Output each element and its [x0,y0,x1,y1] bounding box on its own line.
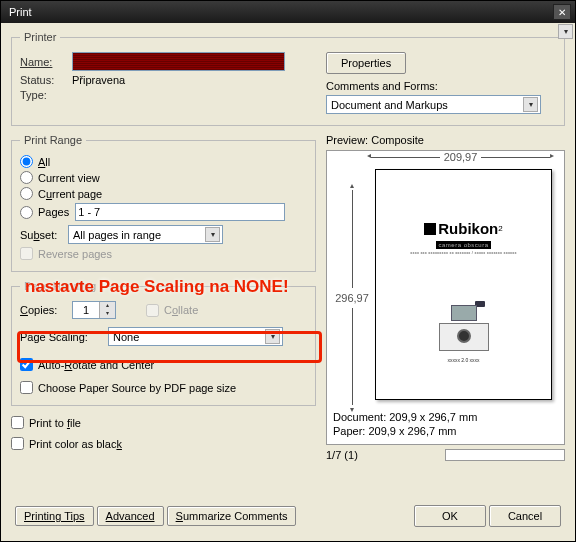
bottom-bar: Printing Tips Advanced Summarize Comment… [11,499,565,533]
status-value: Připravena [72,74,125,86]
cancel-button[interactable]: Cancel [489,505,561,527]
preview-width: 209,97 [440,151,482,163]
brand: Rubikon 2 camera obscura xxxx xxx xxxxxx… [410,220,516,255]
chevron-up-icon[interactable]: ▴ [99,302,115,310]
reverse-check [20,247,33,260]
page-counter: 1/7 (1) [326,449,358,461]
radio-all[interactable] [20,155,33,168]
name-label: Name: [20,56,72,68]
printer-name-select[interactable]: ▾ [72,52,285,71]
collate-label: Collate [164,304,198,316]
radio-current-page[interactable] [20,187,33,200]
camera-illustration [439,305,489,351]
print-to-file-label: Print to file [29,417,81,429]
current-page-label: Current page [38,188,102,200]
printer-legend: Printer [20,31,60,43]
radio-pages[interactable] [20,206,33,219]
doc-info: Document: 209,9 x 296,7 mm [333,410,558,424]
top-ruler: ◂ 209,97 ▸ [367,151,554,163]
radio-current-view[interactable] [20,171,33,184]
chevron-down-icon[interactable]: ▾ [99,310,115,318]
copies-input[interactable] [73,302,99,318]
preview-page: Rubikon 2 camera obscura xxxx xxx xxxxxx… [375,169,552,400]
cam-label: xxxxx 2.0 xxxx [447,357,479,363]
pages-input[interactable] [75,203,285,221]
print-to-file-check[interactable] [11,416,24,429]
type-label: Type: [20,89,72,101]
current-view-label: Current view [38,172,100,184]
brand-small: xxxx xxx xxxxxxxxx xx xxxxxxx / xxxxx xx… [410,250,516,255]
collate-check [146,304,159,317]
preview-height: 296,97 [335,288,369,308]
subset-label: Subset: [20,229,68,241]
advanced-button[interactable]: Advanced [97,506,164,526]
print-black-check[interactable] [11,437,24,450]
copies-label: Copies: [20,304,72,316]
copies-spinner[interactable]: ▴▾ [72,301,116,319]
instruction-overlay: nastavte Page Scaling na NONE! [25,277,289,297]
highlight-box [17,331,322,363]
preview-box: ◂ 209,97 ▸ ▴ 296,97 ▾ [326,150,565,445]
pages-label: Pages [38,206,69,218]
paper-info: Paper: 209,9 x 296,7 mm [333,424,558,438]
subset-value: All pages in range [73,229,161,241]
preview-label: Preview: Composite [326,134,565,146]
ok-button[interactable]: OK [414,505,486,527]
comments-select[interactable]: Document and Markups ▾ [326,95,541,114]
status-label: Status: [20,74,72,86]
printer-group: Printer Name: ▾ Status: Připravena Type: [11,31,565,126]
brand-name: Rubikon [438,220,498,237]
dialog-body: nastavte Page Scaling na NONE! Printer N… [1,23,575,541]
summarize-button[interactable]: Summarize Comments [167,506,297,526]
logo-square-icon [424,223,436,235]
comments-label: Comments and Forms: [326,80,438,92]
range-legend: Print Range [20,134,86,146]
paper-source-check[interactable] [20,381,33,394]
print-range-group: Print Range All Current view Current pag… [11,134,316,272]
brand-sub: camera obscura [436,241,490,249]
properties-button[interactable]: Properties [326,52,406,74]
printing-tips-button[interactable]: Printing Tips [15,506,94,526]
chevron-down-icon[interactable]: ▾ [523,97,538,112]
chevron-down-icon[interactable]: ▾ [558,24,573,39]
subset-select[interactable]: All pages in range ▾ [68,225,223,244]
comments-value: Document and Markups [331,99,448,111]
window-title: Print [5,6,553,18]
brand-sup: 2 [498,224,502,233]
paper-source-label: Choose Paper Source by PDF page size [38,382,236,394]
left-ruler: ▴ 296,97 ▾ [335,181,369,414]
titlebar[interactable]: Print ✕ [1,1,575,23]
close-button[interactable]: ✕ [553,4,571,20]
print-black-label: Print color as black [29,438,122,450]
print-dialog: Print ✕ nastavte Page Scaling na NONE! P… [0,0,576,542]
page-slider[interactable] [445,449,565,461]
chevron-down-icon[interactable]: ▾ [205,227,220,242]
all-label: All [38,156,50,168]
reverse-label: Reverse pages [38,248,112,260]
